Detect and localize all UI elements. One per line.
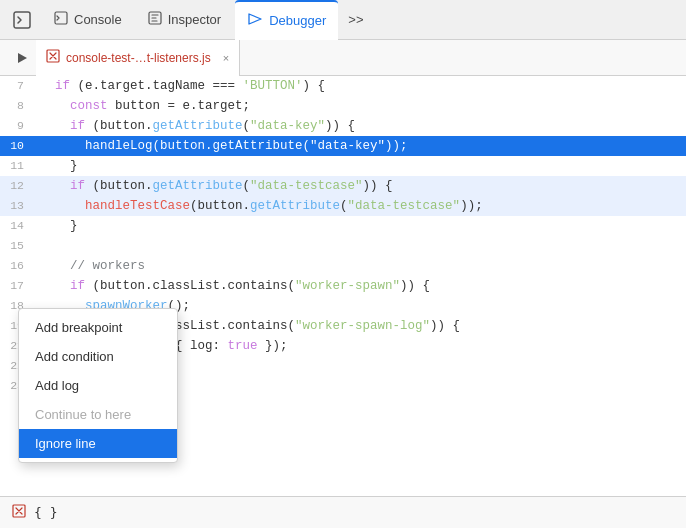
more-tabs-label: >>	[348, 12, 363, 27]
svg-marker-3	[249, 14, 261, 24]
menu-item-ignore-line[interactable]: Ignore line	[19, 429, 177, 458]
tab-debugger-label: Debugger	[269, 13, 326, 28]
run-button[interactable]	[8, 44, 36, 72]
line-num-14: 14	[0, 216, 32, 236]
debugger-icon	[247, 12, 263, 29]
code-line-11: 11 }	[0, 156, 686, 176]
devtools-icon[interactable]	[8, 6, 36, 34]
code-content-7: if (e.target.tagName === 'BUTTON') {	[32, 76, 686, 96]
line-num-11: 11	[0, 156, 32, 176]
tab-console[interactable]: Console	[42, 0, 134, 40]
menu-item-add-breakpoint[interactable]: Add breakpoint	[19, 313, 177, 342]
tab-inspector[interactable]: Inspector	[136, 0, 233, 40]
menu-item-add-log[interactable]: Add log	[19, 371, 177, 400]
tab-debugger[interactable]: Debugger	[235, 0, 338, 40]
inspector-icon	[148, 11, 162, 28]
code-line-16: 16 // workers	[0, 256, 686, 276]
svg-marker-4	[18, 53, 27, 63]
code-area: 7 if (e.target.tagName === 'BUTTON') { 8…	[0, 76, 686, 528]
code-line-17: 17 if (button.classList.contains("worker…	[0, 276, 686, 296]
file-tab-close[interactable]: ×	[223, 52, 229, 64]
code-content-8: const button = e.target;	[32, 96, 686, 116]
line-num-9: 9	[0, 116, 32, 136]
tab-console-label: Console	[74, 12, 122, 27]
app-container: Console Inspector Debugger >>	[0, 0, 686, 528]
bottom-file-error-icon	[12, 504, 26, 521]
code-line-15: 15	[0, 236, 686, 256]
code-content-14: }	[32, 216, 686, 236]
menu-item-continue: Continue to here	[19, 400, 177, 429]
line-num-8: 8	[0, 96, 32, 116]
code-line-14: 14 }	[0, 216, 686, 236]
file-tab[interactable]: console-test-…t-listeners.js ×	[36, 40, 240, 76]
code-content-12: if (button.getAttribute("data-testcase")…	[32, 176, 686, 196]
file-tab-name: console-test-…t-listeners.js	[66, 51, 211, 65]
code-line-8: 8 const button = e.target;	[0, 96, 686, 116]
code-content-9: if (button.getAttribute("data-key")) {	[32, 116, 686, 136]
bottom-bar: { }	[0, 496, 686, 528]
code-content-13: handleTestCase(button.getAttribute("data…	[32, 196, 686, 216]
line-num-10: 10	[0, 136, 32, 156]
more-tabs-button[interactable]: >>	[340, 6, 371, 33]
line-num-15: 15	[0, 236, 32, 256]
console-icon	[54, 11, 68, 28]
code-line-7: 7 if (e.target.tagName === 'BUTTON') {	[0, 76, 686, 96]
code-line-10: 10 handleLog(button.getAttribute("data-k…	[0, 136, 686, 156]
code-line-13: 13 handleTestCase(button.getAttribute("d…	[0, 196, 686, 216]
file-error-icon	[46, 49, 60, 66]
code-content-16: // workers	[32, 256, 686, 276]
bottom-code-label: { }	[34, 505, 57, 520]
line-num-17: 17	[0, 276, 32, 296]
code-content-11: }	[32, 156, 686, 176]
code-content-17: if (button.classList.contains("worker-sp…	[32, 276, 686, 296]
svg-rect-1	[55, 12, 67, 24]
line-num-13: 13	[0, 196, 32, 216]
tab-bar: Console Inspector Debugger >>	[0, 0, 686, 40]
tab-inspector-label: Inspector	[168, 12, 221, 27]
svg-rect-0	[14, 12, 30, 28]
line-num-7: 7	[0, 76, 32, 96]
code-content-10: handleLog(button.getAttribute("data-key"…	[32, 136, 686, 156]
line-num-12: 12	[0, 176, 32, 196]
menu-item-add-condition[interactable]: Add condition	[19, 342, 177, 371]
code-line-9: 9 if (button.getAttribute("data-key")) {	[0, 116, 686, 136]
context-menu: Add breakpoint Add condition Add log Con…	[18, 308, 178, 463]
file-tab-bar: console-test-…t-listeners.js ×	[0, 40, 686, 76]
line-num-16: 16	[0, 256, 32, 276]
code-line-12: 12 if (button.getAttribute("data-testcas…	[0, 176, 686, 196]
